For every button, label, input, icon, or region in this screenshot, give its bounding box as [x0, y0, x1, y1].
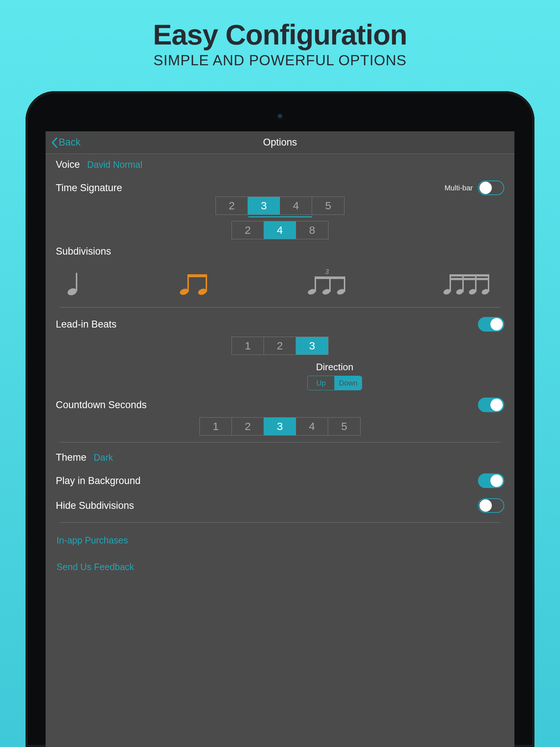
svg-rect-13 — [315, 276, 345, 279]
voice-value: David Normal — [87, 159, 142, 170]
promo-header: Easy Configuration SIMPLE AND POWERFUL O… — [0, 0, 560, 69]
direction-down[interactable]: Down — [335, 376, 362, 390]
leadin-label: Lead-in Beats — [56, 319, 117, 330]
leadin-2[interactable]: 2 — [264, 337, 296, 355]
back-button[interactable]: Back — [51, 137, 81, 148]
countdown-label: Countdown Seconds — [56, 399, 147, 411]
page-title: Options — [263, 137, 297, 148]
multibar-label: Multi-bar — [444, 184, 473, 192]
numerator-5[interactable]: 5 — [312, 197, 344, 214]
triplet-note-icon[interactable]: 3 — [307, 268, 347, 295]
countdown-header: Countdown Seconds — [56, 392, 504, 417]
voice-label: Voice — [56, 159, 80, 170]
play-background-label: Play in Background — [56, 475, 141, 487]
numerator-picker[interactable]: 2 3 4 5 — [215, 197, 345, 215]
hide-subdivisions-label: Hide Subdivisions — [56, 500, 134, 511]
play-background-row: Play in Background — [56, 468, 504, 493]
navbar: Back Options — [46, 131, 514, 154]
countdown-4[interactable]: 4 — [296, 418, 328, 435]
countdown-2[interactable]: 2 — [232, 418, 264, 435]
promo-subtitle: SIMPLE AND POWERFUL OPTIONS — [0, 52, 560, 69]
hide-subdivisions-toggle[interactable] — [478, 498, 504, 513]
direction-label: Direction — [316, 361, 354, 373]
leadin-toggle[interactable] — [478, 317, 504, 332]
denominator-8[interactable]: 8 — [296, 221, 328, 239]
svg-rect-20 — [475, 274, 477, 292]
tablet-camera — [277, 114, 283, 120]
svg-rect-18 — [450, 274, 451, 292]
denominator-2[interactable]: 2 — [232, 221, 264, 239]
divider — [59, 522, 501, 523]
promo-title: Easy Configuration — [0, 18, 560, 51]
svg-rect-22 — [450, 274, 489, 276]
iap-link[interactable]: In-app Purchases — [56, 527, 504, 554]
svg-rect-23 — [450, 278, 489, 280]
theme-label: Theme — [56, 452, 86, 463]
svg-rect-19 — [462, 274, 464, 292]
numerator-3[interactable]: 3 — [248, 197, 280, 214]
svg-rect-21 — [488, 274, 489, 292]
divider — [59, 442, 501, 442]
sixteenth-note-icon[interactable] — [442, 270, 493, 295]
leadin-picker[interactable]: 1 2 3 — [232, 337, 328, 355]
countdown-1[interactable]: 1 — [200, 418, 232, 435]
quarter-note-icon[interactable] — [67, 270, 83, 295]
app-screen: Back Options Voice David Normal Time Sig… — [46, 131, 514, 747]
divider — [59, 307, 501, 307]
leadin-1[interactable]: 1 — [232, 337, 264, 355]
play-background-toggle[interactable] — [478, 473, 504, 488]
eighth-note-icon[interactable] — [179, 270, 211, 295]
svg-rect-1 — [76, 273, 77, 291]
voice-row[interactable]: Voice David Normal — [56, 154, 504, 175]
direction-block: Direction Up Down — [165, 361, 504, 390]
leadin-header: Lead-in Beats — [56, 312, 504, 337]
feedback-link[interactable]: Send Us Feedback — [56, 554, 504, 580]
svg-rect-6 — [187, 274, 207, 277]
theme-row[interactable]: Theme Dark — [56, 447, 504, 468]
countdown-5[interactable]: 5 — [328, 418, 360, 435]
back-label: Back — [59, 137, 81, 148]
countdown-3[interactable]: 3 — [264, 418, 296, 435]
numerator-2[interactable]: 2 — [216, 197, 248, 214]
subdivisions-row: 3 — [56, 257, 504, 303]
numerator-underline — [248, 216, 312, 217]
multibar-toggle[interactable] — [478, 181, 504, 195]
countdown-toggle[interactable] — [478, 398, 504, 412]
time-signature-header: Time Signature Multi-bar — [56, 175, 504, 197]
direction-up[interactable]: Up — [308, 376, 335, 390]
time-signature-label: Time Signature — [56, 182, 122, 194]
hide-subdivisions-row: Hide Subdivisions — [56, 493, 504, 518]
time-signature-pickers: 2 3 4 5 2 4 8 — [56, 197, 504, 239]
tablet-frame: Back Options Voice David Normal Time Sig… — [26, 91, 534, 747]
countdown-picker[interactable]: 1 2 3 4 5 — [199, 417, 361, 436]
theme-value: Dark — [94, 452, 113, 463]
numerator-4[interactable]: 4 — [280, 197, 312, 214]
denominator-picker[interactable]: 2 4 8 — [232, 221, 328, 239]
chevron-left-icon — [51, 137, 58, 148]
leadin-3[interactable]: 3 — [296, 337, 328, 355]
subdivisions-label: Subdivisions — [56, 239, 504, 257]
direction-picker[interactable]: Up Down — [307, 376, 362, 390]
denominator-4[interactable]: 4 — [264, 221, 296, 239]
